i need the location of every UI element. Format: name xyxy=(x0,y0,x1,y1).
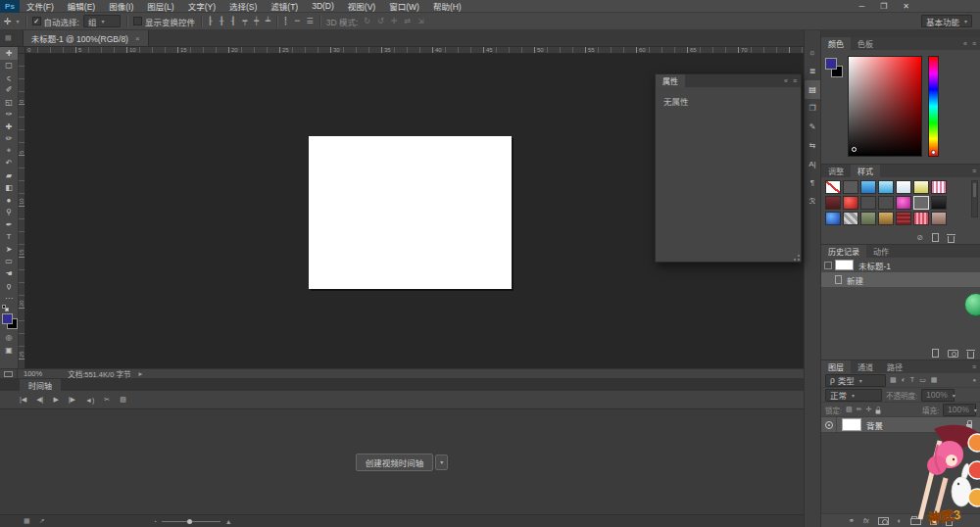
panel-menu-icon[interactable]: ≡ xyxy=(972,40,976,47)
zoom-slider-track[interactable] xyxy=(162,521,220,522)
auto-select-dropdown[interactable]: 组 ▾ xyxy=(83,15,121,27)
tab-layers[interactable]: 图层 xyxy=(821,360,851,373)
prev-frame-button[interactable]: ◀| xyxy=(36,396,43,404)
frames-view-button[interactable]: ▦ xyxy=(24,517,30,525)
link-layers-button[interactable]: ⚭ xyxy=(849,516,855,525)
history-snapshot-row[interactable]: 未标题-1 xyxy=(821,258,980,272)
menu-item[interactable]: 帮助(H) xyxy=(426,0,468,12)
ruler-origin[interactable] xyxy=(19,47,25,54)
style-swatch[interactable] xyxy=(913,212,929,225)
history-brush-tool[interactable]: ↶ xyxy=(0,158,18,170)
dock-icon-histogram[interactable]: ▤ xyxy=(805,80,820,99)
3d-scale-icon[interactable]: ⇲ xyxy=(417,17,424,25)
menu-item[interactable]: 文件(F) xyxy=(20,0,61,12)
create-video-timeline-button[interactable]: 创建视频时间轴 xyxy=(356,454,434,471)
move-tool-preset-icon[interactable]: ✛ xyxy=(4,17,12,26)
ps-logo-icon[interactable]: Ps xyxy=(0,0,20,13)
crop-tool[interactable]: ◱ xyxy=(0,96,18,109)
document-canvas[interactable] xyxy=(309,136,512,289)
dodge-tool[interactable]: ⚲ xyxy=(0,207,18,219)
lock-transparent-icon[interactable]: ▨ xyxy=(846,406,853,413)
new-style-button[interactable] xyxy=(932,233,939,242)
quick-mask-button[interactable]: ◎ xyxy=(0,332,18,345)
timeline-mode-dropdown[interactable]: ▾ xyxy=(435,455,448,470)
3d-rotate-icon[interactable]: ↻ xyxy=(364,17,370,25)
layer-visibility-toggle[interactable] xyxy=(821,417,837,432)
saturation-picker[interactable] xyxy=(848,56,922,157)
foreground-color-swatch[interactable] xyxy=(825,58,837,70)
hand-tool[interactable]: ☚ xyxy=(0,267,18,280)
history-source-checkbox[interactable] xyxy=(821,262,835,269)
quick-selection-tool[interactable]: ✐ xyxy=(0,84,18,97)
align-bottom-icon[interactable]: ┷ xyxy=(266,17,270,25)
fill-field[interactable]: 100% ▾ xyxy=(943,404,976,416)
scrollbar[interactable] xyxy=(971,180,978,217)
resize-grip[interactable] xyxy=(794,255,800,261)
minimize-button[interactable]: ─ xyxy=(858,2,864,11)
panel-menu-icon[interactable]: ≡ xyxy=(972,168,976,174)
panel-menu-icon[interactable]: ≡ xyxy=(793,77,797,84)
pen-tool[interactable]: ✒ xyxy=(0,218,18,231)
next-frame-button[interactable]: |▶ xyxy=(69,396,75,404)
tab-channels[interactable]: 通道 xyxy=(851,360,880,373)
tab-actions[interactable]: 动作 xyxy=(866,245,896,258)
align-h-center-icon[interactable]: ╂ xyxy=(220,17,224,25)
style-swatch[interactable] xyxy=(896,196,911,210)
layer-thumbnail[interactable] xyxy=(842,418,861,431)
foreground-color-swatch[interactable] xyxy=(2,313,13,324)
style-swatch[interactable] xyxy=(843,196,858,210)
eyedropper-tool[interactable]: ✑ xyxy=(0,109,18,121)
menu-item[interactable]: 视图(V) xyxy=(341,0,382,12)
delete-style-button[interactable] xyxy=(948,236,955,243)
panel-menu-icon[interactable]: ≡ xyxy=(972,363,976,370)
transition-button[interactable]: ▨ xyxy=(120,396,126,404)
close-tab-icon[interactable]: × xyxy=(135,34,140,43)
edit-toolbar-button[interactable]: ⋯ xyxy=(0,292,18,305)
style-swatch[interactable] xyxy=(896,212,911,225)
style-swatch-selected[interactable] xyxy=(913,196,929,210)
delete-state-button[interactable] xyxy=(967,352,974,359)
dock-icon-brush-settings[interactable]: ⇆ xyxy=(805,136,820,155)
style-swatch[interactable] xyxy=(913,180,929,194)
collapse-icon[interactable]: « xyxy=(963,40,967,47)
menu-item[interactable]: 编辑(E) xyxy=(61,0,102,12)
style-swatch[interactable] xyxy=(843,212,858,225)
dock-icon-adjustments[interactable]: ☼ xyxy=(805,43,820,62)
color-swatch-widget[interactable] xyxy=(0,307,18,332)
align-v-center-icon[interactable]: ┿ xyxy=(254,17,259,25)
lasso-tool[interactable]: ς xyxy=(0,72,18,84)
audio-button[interactable]: ◄) xyxy=(85,397,94,404)
tab-timeline[interactable]: 时间轴 xyxy=(20,379,61,391)
style-swatch[interactable] xyxy=(843,180,858,194)
filter-pixel-icon[interactable]: ▩ xyxy=(890,376,897,384)
filter-toggle-icon[interactable]: ● xyxy=(972,377,976,383)
dock-icon-glyphs[interactable]: ℛ xyxy=(805,192,820,211)
clone-stamp-tool[interactable]: ⌖ xyxy=(0,145,18,158)
distribute-horizontal-icon[interactable]: ┉ xyxy=(295,17,300,25)
mascot-badge[interactable] xyxy=(968,461,980,479)
lock-position-icon[interactable]: ✛ xyxy=(866,406,872,413)
hue-slider-marker[interactable] xyxy=(931,150,936,155)
style-swatch[interactable] xyxy=(860,180,876,194)
tab-paths[interactable]: 路径 xyxy=(880,360,909,373)
opacity-field[interactable]: 100% ▾ xyxy=(921,389,955,402)
menu-item[interactable]: 选择(S) xyxy=(222,0,264,12)
dock-icon-info[interactable]: ❐ xyxy=(805,99,820,118)
tool-preset-caret-icon[interactable]: ▾ xyxy=(17,18,20,24)
marquee-tool[interactable]: ▢ xyxy=(0,60,18,72)
zoom-level[interactable]: 100% xyxy=(24,369,42,378)
status-options-arrow[interactable]: ▸ xyxy=(138,369,142,378)
style-swatch[interactable] xyxy=(860,212,876,225)
clear-style-button[interactable]: ⊘ xyxy=(916,233,923,242)
style-swatch[interactable] xyxy=(825,212,841,225)
style-swatch[interactable] xyxy=(878,212,894,225)
properties-panel[interactable]: 属性 « ≡ 无属性 xyxy=(655,73,802,263)
color-picker-marker[interactable] xyxy=(852,147,857,152)
lock-pixels-icon[interactable]: ✏ xyxy=(857,406,862,413)
timeline-zoom-slider[interactable]: ▪ ▲ xyxy=(155,518,232,525)
style-swatch[interactable] xyxy=(931,212,947,225)
move-tool[interactable]: ✛ xyxy=(0,47,18,60)
align-top-icon[interactable]: ┯ xyxy=(242,17,247,25)
style-swatch[interactable] xyxy=(931,196,947,210)
dock-icon-clone-source[interactable]: ✎ xyxy=(805,118,820,136)
